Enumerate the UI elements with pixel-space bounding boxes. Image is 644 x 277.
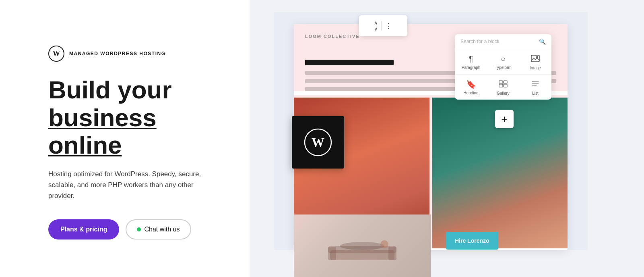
typeform-label: Typeform [495, 65, 512, 70]
right-panel: LOOM COLLECTIVE ∧ ∨ ⋮ [250, 0, 644, 277]
headline-line2: business online [48, 104, 157, 159]
block-search-placeholder[interactable]: Search for a block [460, 39, 536, 44]
svg-rect-16 [388, 247, 396, 260]
list-label: List [532, 91, 539, 96]
block-image[interactable]: Image [519, 49, 551, 75]
left-panel: W MANAGED WORDPRESS HOSTING Build your b… [0, 0, 250, 277]
hero-subheadline: Hosting optimized for WordPress. Speedy,… [48, 169, 217, 202]
add-block-button[interactable]: + [495, 110, 514, 128]
furniture-silhouette [322, 226, 402, 266]
svg-point-17 [340, 242, 384, 250]
bottom-image-content [294, 215, 431, 277]
svg-text:W: W [53, 50, 60, 58]
site-name-label: LOOM COLLECTIVE [305, 34, 360, 39]
toolbar-card: ∧ ∨ ⋮ [359, 15, 407, 36]
search-icon: 🔍 [539, 38, 546, 45]
chevron-down-icon: ∨ [374, 26, 378, 31]
chevron-up-icon: ∧ [374, 20, 378, 25]
paragraph-icon: ¶ [469, 55, 473, 63]
hero-headline: Build your business online [48, 76, 225, 159]
chat-button-label: Chat with us [144, 226, 180, 233]
image-label: Image [530, 66, 541, 70]
svg-text:W: W [312, 135, 324, 150]
bottom-image-strip [294, 215, 431, 277]
text-bar-title [305, 60, 394, 65]
svg-point-3 [536, 56, 538, 58]
block-paragraph[interactable]: ¶ Paragraph [455, 49, 487, 75]
gallery-label: Gallery [497, 91, 510, 96]
heading-icon: 🔖 [466, 80, 476, 88]
heading-label: Heading [463, 91, 478, 95]
block-gallery[interactable]: Gallery [487, 75, 519, 100]
cta-row: Plans & pricing Chat with us [48, 219, 225, 240]
block-list[interactable]: List [519, 75, 551, 100]
brand-row: W MANAGED WORDPRESS HOSTING [48, 46, 225, 62]
gallery-icon [499, 80, 508, 89]
toolbar-separator [381, 21, 382, 31]
svg-point-18 [380, 240, 388, 248]
up-down-arrows[interactable]: ∧ ∨ [374, 20, 378, 31]
block-typeform[interactable]: ○ Typeform [487, 49, 519, 75]
block-grid: ¶ Paragraph ○ Typeform Image [455, 49, 551, 100]
block-search-row: Search for a block 🔍 [455, 34, 551, 49]
block-heading[interactable]: 🔖 Heading [455, 75, 487, 100]
headline-line1: Build your [48, 76, 172, 104]
wp-white-logo-icon: W [304, 128, 332, 156]
svg-rect-6 [499, 84, 503, 87]
wp-logo-icon: W [48, 46, 64, 62]
more-options-icon[interactable]: ⋮ [385, 21, 392, 30]
block-picker-panel: Search for a block 🔍 ¶ Paragraph ○ Typef… [455, 34, 551, 100]
list-icon [531, 80, 540, 89]
svg-rect-2 [531, 55, 539, 62]
plans-pricing-button[interactable]: Plans & pricing [48, 219, 119, 240]
page-wrapper: W MANAGED WORDPRESS HOSTING Build your b… [0, 0, 644, 277]
svg-rect-15 [328, 247, 336, 260]
chat-button[interactable]: Chat with us [126, 219, 191, 240]
wp-black-logo-card: W [292, 116, 344, 169]
paragraph-label: Paragraph [462, 65, 481, 70]
image-icon [531, 55, 540, 63]
brand-label: MANAGED WORDPRESS HOSTING [69, 51, 166, 56]
typeform-icon: ○ [501, 55, 506, 63]
svg-rect-7 [504, 84, 507, 87]
svg-rect-4 [499, 81, 503, 83]
chat-online-dot [137, 227, 141, 231]
hire-lorenzo-button[interactable]: Hire Lorenzo [446, 232, 498, 250]
svg-rect-5 [504, 81, 507, 83]
